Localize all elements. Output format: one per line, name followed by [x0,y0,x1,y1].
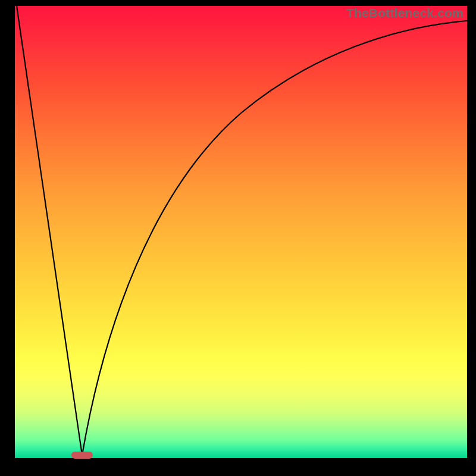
right-curve [82,21,467,455]
curves-svg [15,6,467,458]
min-marker [71,452,93,459]
plot-area: TheBottleneck.com [15,6,467,458]
left-line [17,6,82,455]
chart-frame: TheBottleneck.com [0,0,476,476]
